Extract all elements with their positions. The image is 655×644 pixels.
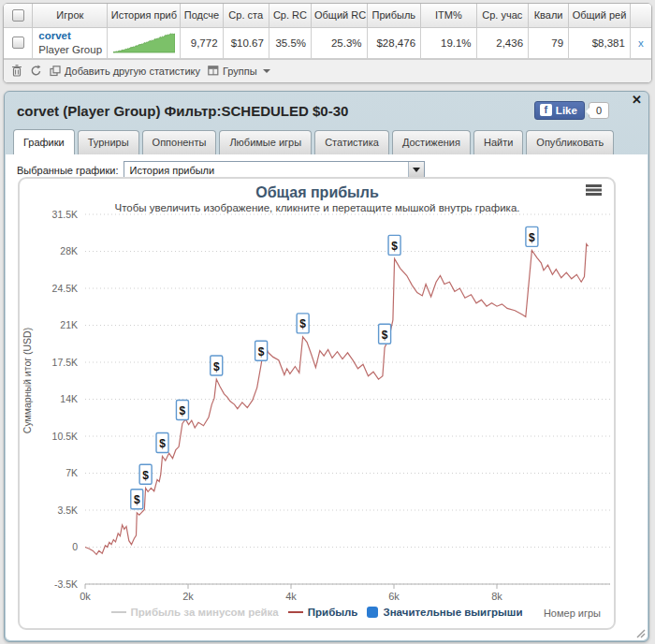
- stats-header-row: ИгрокИстория прибПодсчеСр. стаСр. RCОбщи…: [4, 4, 651, 27]
- xtick-label: 0k: [80, 591, 91, 602]
- stats-table: ИгрокИстория прибПодсчеСр. стаСр. RCОбщи…: [4, 4, 651, 59]
- groups-dropdown[interactable]: Группы: [208, 66, 270, 77]
- trash-icon: [11, 65, 22, 77]
- groups-caret-icon: [263, 69, 270, 73]
- column-header[interactable]: Квали: [529, 4, 569, 27]
- yaxis-title: Суммарный итог (USD): [22, 328, 33, 433]
- dollar-icon: $: [213, 360, 220, 373]
- resize-handle[interactable]: [635, 628, 646, 638]
- column-header[interactable]: Ср. ста: [223, 4, 269, 27]
- tab-графики[interactable]: Графики: [13, 129, 75, 154]
- legend-item[interactable]: Прибыль: [288, 607, 358, 618]
- refresh-button[interactable]: [30, 65, 42, 77]
- dollar-icon: $: [159, 437, 166, 450]
- panel-title: corvet (Player Group) Фильтр:SCHEDULED $…: [17, 103, 348, 119]
- like-label: Like: [556, 105, 577, 116]
- column-header[interactable]: Ср. RC: [269, 4, 311, 27]
- chart-menu-icon[interactable]: [586, 189, 602, 192]
- facebook-icon: f: [540, 104, 552, 116]
- table-row: corvet Player Group 9,772$10.6735.5%25.3…: [4, 27, 651, 58]
- xaxis-title: Номер игры: [544, 607, 601, 619]
- ytick-label: 7K: [66, 467, 78, 478]
- tab-достижения[interactable]: Достижения: [392, 130, 471, 154]
- panel-tabs: ГрафикиТурнирыОппонентыЛюбимые игрыСтати…: [13, 130, 614, 154]
- chart-menu-icon[interactable]: [586, 193, 602, 196]
- xtick-label: 6k: [388, 591, 400, 602]
- tab-опубликовать[interactable]: Опубликовать: [526, 130, 614, 154]
- xtick-label: 8k: [491, 591, 502, 602]
- dollar-icon: $: [142, 469, 149, 482]
- dollar-icon: $: [382, 329, 388, 342]
- player-group-label: Player Group: [38, 44, 102, 55]
- chart-title: Общая прибыль: [255, 184, 379, 200]
- facebook-like-button[interactable]: f Like: [534, 101, 585, 120]
- column-header[interactable]: Общий рей: [569, 4, 631, 27]
- column-header[interactable]: Прибыль: [367, 4, 420, 27]
- chart-container: Общая прибыльЧтобы увеличить изображение…: [18, 177, 616, 630]
- ytick-label: 21K: [60, 319, 78, 330]
- tab-статистика[interactable]: Статистика: [314, 130, 389, 154]
- column-header[interactable]: ITM%: [421, 4, 477, 27]
- add-statistic-label: Добавить другую статистику: [65, 66, 200, 77]
- graph-select-label: Выбранные графики:: [17, 165, 118, 176]
- column-header[interactable]: Общий RC: [312, 4, 368, 27]
- player-detail-panel: ✕ corvet (Player Group) Фильтр:SCHEDULED…: [4, 91, 649, 642]
- player-cell: corvet Player Group: [33, 27, 108, 58]
- add-statistic-button[interactable]: Добавить другую статистику: [50, 66, 200, 77]
- stat-value-cell: $10.67: [223, 27, 269, 58]
- dollar-icon: $: [134, 493, 140, 506]
- select-all-checkbox[interactable]: [12, 9, 24, 22]
- tab-оппоненты[interactable]: Оппоненты: [142, 130, 217, 154]
- xtick-label: 2k: [182, 591, 194, 602]
- row-checkbox[interactable]: [12, 37, 24, 49]
- groups-icon: [208, 66, 219, 76]
- refresh-icon: [30, 65, 42, 77]
- delete-button[interactable]: [11, 65, 22, 77]
- legend-item[interactable]: Прибыль за минусом рейка: [111, 607, 279, 618]
- select-all-header: [4, 4, 33, 27]
- dollar-icon: $: [258, 345, 265, 359]
- tab-найти[interactable]: Найти: [473, 130, 523, 154]
- profit-sparkline: [113, 31, 175, 53]
- like-count-badge: 0: [589, 102, 609, 119]
- panel-close-icon[interactable]: ✕: [632, 94, 642, 106]
- add-statistic-icon: [50, 66, 61, 77]
- chart-plot-area[interactable]: Общая прибыльЧтобы увеличить изображение…: [20, 179, 614, 602]
- chart-legend: Прибыль за минусом рейкаПрибыльЗначитель…: [20, 604, 614, 621]
- player-stats-widget: ИгрокИстория прибПодсчеСр. стаСр. RCОбщи…: [3, 3, 652, 83]
- xtick-label: 4k: [285, 591, 297, 602]
- ytick-label: 0: [72, 541, 78, 552]
- ytick-label: 31.5K: [52, 209, 78, 220]
- stat-value-cell: 79: [529, 27, 569, 58]
- remove-row-button[interactable]: x: [630, 27, 651, 58]
- graph-select-value: История прибыли: [129, 165, 214, 176]
- ytick-label: 3.5K: [57, 505, 78, 516]
- stats-toolbar: Добавить другую статистику Группы: [4, 59, 651, 82]
- legend-item[interactable]: Значительные выигрыши: [367, 607, 522, 618]
- column-header[interactable]: Ср. учас: [476, 4, 528, 27]
- stat-value-cell: $28,476: [367, 27, 420, 58]
- dollar-icon: $: [180, 404, 186, 417]
- facebook-like-widget: f Like 0: [534, 101, 609, 120]
- legend-square-icon: [367, 607, 378, 618]
- ytick-label: 28K: [60, 245, 78, 256]
- column-header[interactable]: Подсче: [181, 4, 223, 27]
- dollar-icon: $: [391, 240, 398, 253]
- column-header[interactable]: История приб: [108, 4, 181, 27]
- select-arrow-icon: [408, 162, 424, 178]
- chart-menu-icon[interactable]: [586, 184, 602, 187]
- row-select-cell: [4, 27, 33, 58]
- ytick-label: 17.5K: [52, 357, 78, 368]
- tab-турниры[interactable]: Турниры: [78, 130, 139, 154]
- stat-value-cell: 2,436: [476, 27, 528, 58]
- stat-value-cell: 25.3%: [312, 27, 368, 58]
- player-name-link[interactable]: corvet: [38, 29, 102, 42]
- column-header[interactable]: Игрок: [33, 4, 108, 27]
- profit-history-cell: [108, 27, 181, 58]
- dollar-icon: $: [299, 317, 306, 330]
- ytick-label: 10.5K: [52, 431, 78, 442]
- tab-любимые игры[interactable]: Любимые игры: [219, 130, 312, 154]
- actions-header: [630, 4, 651, 27]
- stat-value-cell: $8,381: [569, 27, 631, 58]
- stat-value-cell: 9,772: [181, 27, 223, 58]
